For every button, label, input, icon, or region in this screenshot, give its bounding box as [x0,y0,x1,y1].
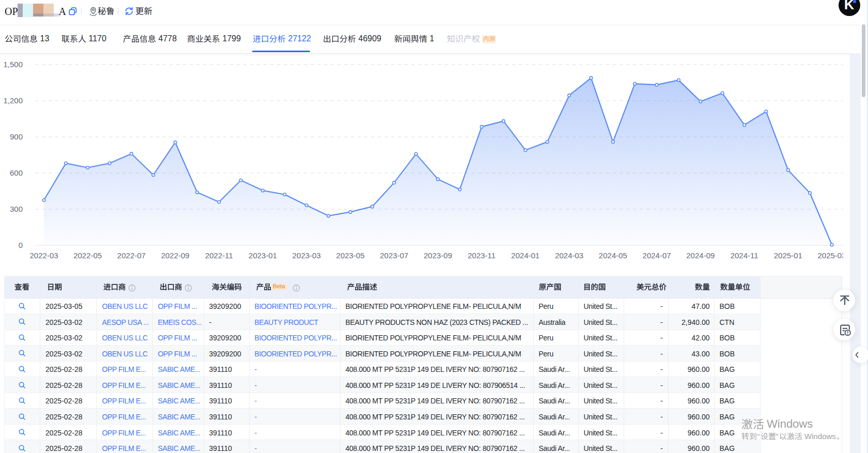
svg-text:900: 900 [10,132,23,141]
svg-text:0: 0 [19,241,23,249]
svg-text:2023-01: 2023-01 [249,251,277,260]
svg-text:2025-03: 2025-03 [817,251,846,260]
svg-text:2023-09: 2023-09 [424,251,452,260]
svg-text:2022-09: 2022-09 [161,251,190,260]
svg-text:2024-09: 2024-09 [686,251,715,260]
svg-text:2024-05: 2024-05 [599,251,627,260]
svg-text:1,200: 1,200 [3,96,23,105]
svg-text:2024-03: 2024-03 [555,251,583,260]
svg-text:2025-01: 2025-01 [774,251,802,260]
svg-text:2024-11: 2024-11 [731,251,758,260]
svg-text:2023-07: 2023-07 [380,251,408,260]
svg-text:2024-07: 2024-07 [643,251,671,260]
svg-text:2023-05: 2023-05 [336,251,365,260]
svg-text:2024-01: 2024-01 [511,251,539,260]
svg-text:2022-05: 2022-05 [73,251,102,260]
svg-text:2022-07: 2022-07 [117,251,146,260]
svg-text:1,500: 1,500 [3,60,23,69]
svg-text:300: 300 [10,205,23,213]
svg-text:2022-11: 2022-11 [205,251,233,260]
svg-text:2023-03: 2023-03 [292,251,321,260]
svg-text:2022-03: 2022-03 [29,251,58,260]
svg-text:2023-11: 2023-11 [468,251,495,260]
svg-text:600: 600 [10,168,23,177]
